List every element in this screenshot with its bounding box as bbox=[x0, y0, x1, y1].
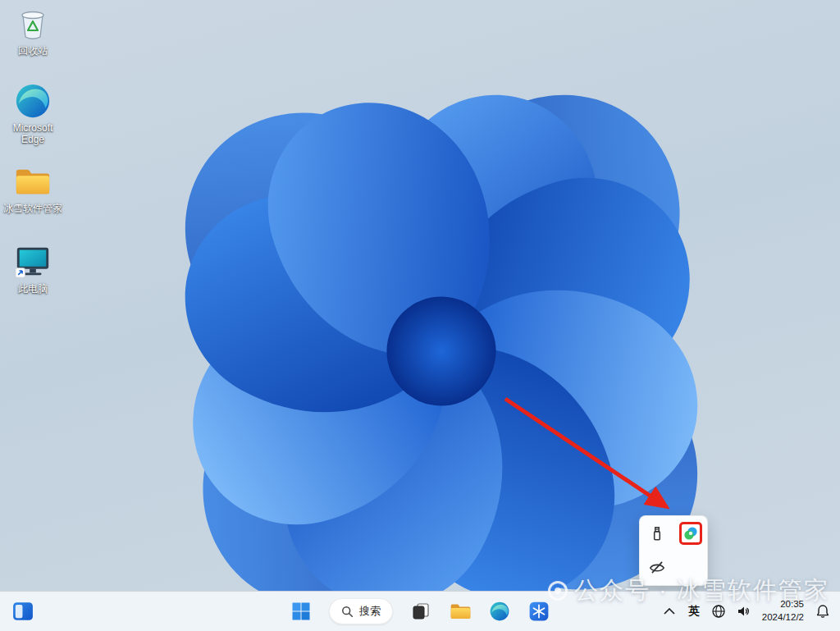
search-label: 搜索 bbox=[359, 604, 381, 619]
notifications-button[interactable] bbox=[812, 595, 833, 628]
annotation-red-box bbox=[679, 522, 702, 545]
desktop-icon-label: Microsoft Edge bbox=[1, 122, 65, 146]
ime-indicator[interactable]: 英 bbox=[683, 595, 705, 628]
desktop: 回收站 Microsoft Edge bbox=[0, 0, 840, 631]
tray-icon-usb-device[interactable] bbox=[643, 519, 671, 547]
notification-bell-icon bbox=[815, 603, 831, 620]
windows-start-icon bbox=[291, 601, 311, 621]
tray-icon-security-manager[interactable] bbox=[677, 519, 705, 547]
desktop-icon-label: 冰雪软件管家 bbox=[3, 203, 62, 214]
clock-time: 20:35 bbox=[780, 598, 804, 611]
desktop-icon-edge[interactable]: Microsoft Edge bbox=[1, 82, 65, 146]
edge-icon bbox=[489, 601, 510, 622]
search-icon bbox=[341, 606, 354, 618]
this-pc-icon bbox=[14, 243, 52, 281]
hidden-eye-icon bbox=[648, 558, 666, 576]
widgets-button[interactable] bbox=[7, 595, 39, 628]
network-globe-button[interactable] bbox=[708, 595, 729, 628]
tray-chevron-button[interactable] bbox=[659, 595, 680, 628]
volume-button[interactable] bbox=[733, 595, 754, 628]
taskbar-search[interactable]: 搜索 bbox=[329, 598, 393, 624]
bingxue-app-icon bbox=[528, 601, 550, 622]
desktop-icon-label: 此电脑 bbox=[18, 283, 48, 295]
desktop-icon-this-pc[interactable]: 此电脑 bbox=[1, 243, 65, 295]
wallpaper-bloom bbox=[0, 0, 840, 592]
edge-browser-button[interactable] bbox=[483, 595, 516, 628]
task-view-button[interactable] bbox=[404, 595, 437, 628]
start-button[interactable] bbox=[285, 595, 317, 628]
recycle-bin-icon bbox=[14, 5, 52, 43]
edge-icon bbox=[14, 82, 52, 120]
taskbar-clock[interactable]: 20:35 2024/12/2 bbox=[757, 595, 809, 628]
volume-icon bbox=[736, 604, 751, 619]
tray-icon-hidden-eye[interactable] bbox=[643, 553, 671, 581]
chevron-up-icon bbox=[664, 608, 675, 615]
clock-date: 2024/12/2 bbox=[762, 611, 804, 624]
widgets-icon bbox=[12, 601, 34, 622]
bingxue-app-button[interactable] bbox=[523, 595, 555, 628]
tray-overflow-flyout bbox=[639, 515, 708, 586]
desktop-icon-bingxue-folder[interactable]: 冰雪软件管家 bbox=[1, 162, 65, 214]
desktop-icon-recycle-bin[interactable]: 回收站 bbox=[1, 5, 65, 57]
taskbar: 搜索 bbox=[0, 591, 840, 631]
folder-icon bbox=[14, 162, 52, 200]
file-explorer-button[interactable] bbox=[444, 595, 477, 628]
desktop-icon-label: 回收站 bbox=[18, 45, 48, 57]
task-view-icon bbox=[411, 601, 431, 621]
network-globe-icon bbox=[711, 604, 726, 619]
file-explorer-icon bbox=[450, 601, 472, 621]
security-manager-icon bbox=[682, 525, 699, 542]
usb-device-icon bbox=[648, 524, 666, 542]
